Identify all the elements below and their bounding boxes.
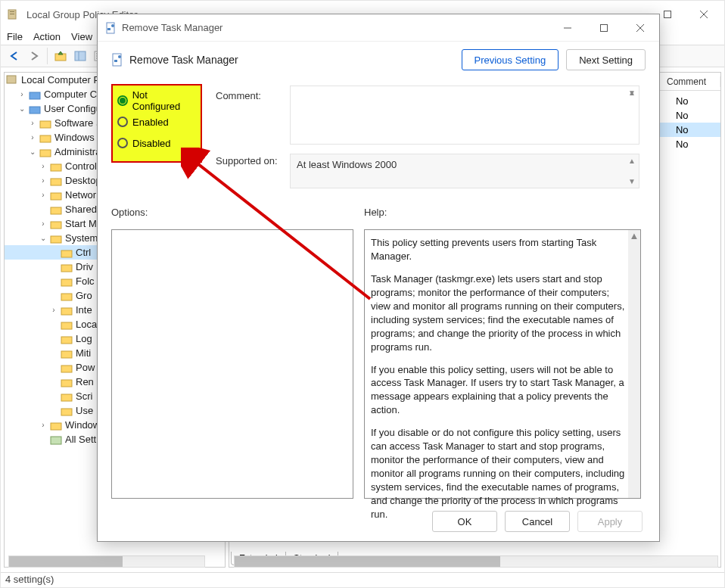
cancel-button[interactable]: Cancel <box>505 511 570 532</box>
scroll-up-icon[interactable]: ▲ <box>628 230 640 242</box>
expander-icon[interactable]: › <box>38 190 48 201</box>
up-button[interactable] <box>51 47 70 65</box>
show-hide-tree-button[interactable] <box>71 47 89 65</box>
tree-hscrollbar[interactable] <box>8 555 205 568</box>
folder-icon <box>50 233 62 244</box>
expander-none <box>38 204 48 215</box>
expander-none <box>48 362 59 373</box>
policy-file-icon <box>105 22 117 34</box>
column-comment[interactable]: Comment <box>653 76 720 87</box>
expander-none <box>48 291 59 301</box>
expander-icon[interactable]: › <box>27 118 38 129</box>
radio-enabled[interactable]: Enabled <box>117 111 196 132</box>
svg-rect-31 <box>61 322 72 329</box>
scroll-down-icon[interactable]: ▼ <box>628 178 636 185</box>
folder-icon <box>61 305 73 316</box>
item-comment: No <box>676 124 689 135</box>
svg-rect-18 <box>40 135 51 142</box>
comment-label: Comment: <box>216 90 261 101</box>
nav-forward-button[interactable] <box>25 47 43 65</box>
expander-icon[interactable]: › <box>38 176 48 186</box>
ok-button[interactable]: OK <box>432 511 497 532</box>
expander-none <box>48 334 59 344</box>
folder-icon <box>61 247 73 258</box>
tree-label: Control <box>65 160 97 172</box>
expander-icon[interactable]: › <box>38 161 48 172</box>
folder-icon <box>50 204 62 215</box>
scrollbar-thumb[interactable] <box>235 556 500 567</box>
tree-label: System <box>65 232 98 244</box>
tree-label: Local Computer Po <box>21 74 105 86</box>
expander-icon[interactable]: › <box>38 219 48 229</box>
next-setting-button[interactable]: Next Setting <box>566 49 646 70</box>
toolbar-separator <box>47 48 48 64</box>
comment-scroll-down[interactable]: ▼ <box>628 89 636 141</box>
expander-none <box>48 262 59 272</box>
folder-icon <box>61 319 73 330</box>
svg-rect-37 <box>61 409 72 415</box>
folder-icon <box>61 362 73 373</box>
scrollbar-thumb[interactable] <box>9 556 123 567</box>
svg-point-49 <box>118 55 121 58</box>
tree-label: Log <box>76 333 92 344</box>
supported-scroll[interactable]: ▲ <box>628 157 636 164</box>
help-paragraph: If you enable this policy setting, users… <box>371 363 627 418</box>
svg-rect-24 <box>51 222 61 229</box>
maximize-icon <box>663 10 672 19</box>
expander-open-icon[interactable]: ⌄ <box>17 104 27 114</box>
gpedit-app-icon <box>7 8 19 20</box>
folder-icon <box>61 348 73 359</box>
radio-label: Enabled <box>132 117 169 128</box>
svg-point-42 <box>111 24 114 27</box>
svg-rect-41 <box>107 28 110 30</box>
help-panel: This policy setting prevents users from … <box>364 229 641 499</box>
expander-none <box>48 319 59 330</box>
svg-rect-17 <box>40 121 51 128</box>
expander-icon[interactable]: › <box>27 132 38 143</box>
apply-button[interactable]: Apply <box>577 511 643 532</box>
dialog-close-button[interactable] <box>623 17 658 39</box>
expander-open-icon[interactable]: ⌄ <box>38 233 48 244</box>
arrow-left-icon <box>8 50 20 62</box>
svg-rect-20 <box>51 164 61 171</box>
svg-rect-4 <box>664 11 671 18</box>
menu-file[interactable]: File <box>7 31 23 42</box>
svg-rect-34 <box>61 366 72 372</box>
menu-view[interactable]: View <box>71 31 92 42</box>
tree-label: Inte <box>76 304 92 316</box>
radio-label: Disabled <box>132 138 171 149</box>
previous-setting-button[interactable]: Previous Setting <box>462 49 559 70</box>
nav-back-button[interactable] <box>5 47 23 65</box>
tree-label: Desktop <box>65 175 101 186</box>
dialog-title: Remove Task Manager <box>117 22 550 33</box>
svg-rect-28 <box>61 279 72 286</box>
expander-icon[interactable]: › <box>17 89 27 100</box>
dialog-minimize-button[interactable] <box>550 17 585 39</box>
scroll-up-icon[interactable]: ▲ <box>628 157 636 164</box>
menu-action[interactable]: Action <box>33 31 61 42</box>
comment-textarea[interactable]: ▲ ▼ <box>290 86 639 145</box>
scroll-down-icon[interactable]: ▼ <box>628 89 636 96</box>
tree-label: Scri <box>76 390 92 402</box>
gpedit-close-button[interactable] <box>686 3 721 26</box>
svg-rect-2 <box>10 14 14 14</box>
tree-label: Ren <box>76 376 94 387</box>
policy-dialog: Remove Task Manager Remove Task Manager … <box>97 14 660 542</box>
list-hscrollbar[interactable] <box>234 555 718 568</box>
help-scrollbar[interactable]: ▲ <box>628 230 640 498</box>
expander-open-icon[interactable]: ⌄ <box>27 147 38 157</box>
computer-icon <box>29 89 41 100</box>
expander-icon[interactable]: › <box>38 420 48 431</box>
expander-none <box>38 434 48 445</box>
svg-rect-27 <box>61 265 72 272</box>
svg-rect-16 <box>30 107 40 114</box>
expander-icon[interactable]: › <box>48 305 59 316</box>
tree-label: Pow <box>76 362 95 373</box>
radio-disabled[interactable]: Disabled <box>117 132 196 154</box>
radio-not-configured[interactable]: Not Configured <box>117 90 196 111</box>
policy-name: Remove Task Manager <box>129 54 238 66</box>
supported-on-value: At least Windows 2000 ▲ ▼ <box>290 154 639 188</box>
dialog-maximize-button[interactable] <box>587 17 621 39</box>
maximize-icon <box>599 23 608 33</box>
supported-scroll-down[interactable]: ▼ <box>628 178 636 185</box>
